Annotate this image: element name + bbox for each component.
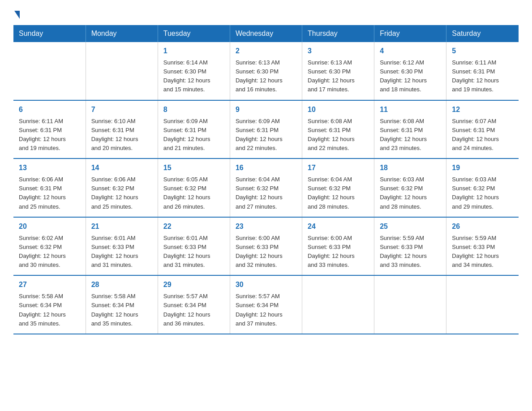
- calendar-cell: 17Sunrise: 6:04 AMSunset: 6:32 PMDayligh…: [302, 158, 374, 217]
- day-number: 28: [91, 279, 152, 290]
- calendar-cell: 4Sunrise: 6:12 AMSunset: 6:30 PMDaylight…: [374, 42, 446, 100]
- day-info: Sunrise: 6:04 AMSunset: 6:32 PMDaylight:…: [236, 175, 296, 211]
- calendar-cell: 12Sunrise: 6:07 AMSunset: 6:31 PMDayligh…: [446, 100, 519, 159]
- calendar-week-1: 1Sunrise: 6:14 AMSunset: 6:30 PMDaylight…: [13, 42, 519, 100]
- calendar-week-5: 27Sunrise: 5:58 AMSunset: 6:34 PMDayligh…: [13, 275, 519, 334]
- day-info: Sunrise: 5:57 AMSunset: 6:34 PMDaylight:…: [236, 292, 296, 328]
- calendar-cell: 11Sunrise: 6:08 AMSunset: 6:31 PMDayligh…: [374, 100, 446, 159]
- day-number: 20: [19, 221, 80, 232]
- calendar-cell: 15Sunrise: 6:05 AMSunset: 6:32 PMDayligh…: [158, 158, 230, 217]
- calendar-cell: 10Sunrise: 6:08 AMSunset: 6:31 PMDayligh…: [302, 100, 374, 159]
- calendar-week-2: 6Sunrise: 6:11 AMSunset: 6:31 PMDaylight…: [13, 100, 519, 159]
- day-number: 22: [163, 221, 224, 232]
- day-number: 15: [163, 163, 224, 173]
- day-number: 4: [380, 46, 441, 56]
- calendar-cell: 23Sunrise: 6:00 AMSunset: 6:33 PMDayligh…: [230, 217, 302, 276]
- calendar-cell: 24Sunrise: 6:00 AMSunset: 6:33 PMDayligh…: [302, 217, 374, 276]
- day-number: 29: [163, 279, 224, 290]
- page-header: [13, 9, 519, 17]
- day-info: Sunrise: 6:01 AMSunset: 6:33 PMDaylight:…: [91, 234, 152, 270]
- calendar-cell: 16Sunrise: 6:04 AMSunset: 6:32 PMDayligh…: [230, 158, 302, 217]
- weekday-header-monday: Monday: [86, 25, 158, 42]
- calendar-cell: 19Sunrise: 6:03 AMSunset: 6:32 PMDayligh…: [446, 158, 519, 217]
- day-number: 8: [163, 104, 224, 115]
- calendar-week-4: 20Sunrise: 6:02 AMSunset: 6:32 PMDayligh…: [13, 217, 519, 276]
- day-info: Sunrise: 6:01 AMSunset: 6:33 PMDaylight:…: [163, 234, 224, 270]
- calendar-cell: 1Sunrise: 6:14 AMSunset: 6:30 PMDaylight…: [158, 42, 230, 100]
- calendar-cell: 22Sunrise: 6:01 AMSunset: 6:33 PMDayligh…: [158, 217, 230, 276]
- calendar-cell: 8Sunrise: 6:09 AMSunset: 6:31 PMDaylight…: [158, 100, 230, 159]
- logo-arrow-icon: [14, 11, 20, 19]
- day-info: Sunrise: 6:11 AMSunset: 6:31 PMDaylight:…: [19, 117, 80, 153]
- calendar-cell: 18Sunrise: 6:03 AMSunset: 6:32 PMDayligh…: [374, 158, 446, 217]
- day-number: 2: [236, 46, 296, 56]
- logo: [13, 9, 20, 17]
- calendar-cell: [13, 42, 86, 100]
- day-info: Sunrise: 6:07 AMSunset: 6:31 PMDaylight:…: [452, 117, 513, 153]
- day-number: 25: [380, 221, 441, 232]
- day-number: 3: [308, 46, 369, 56]
- day-info: Sunrise: 5:57 AMSunset: 6:34 PMDaylight:…: [163, 292, 224, 328]
- day-info: Sunrise: 6:00 AMSunset: 6:33 PMDaylight:…: [236, 234, 296, 270]
- calendar-cell: [86, 42, 158, 100]
- weekday-header-wednesday: Wednesday: [230, 25, 302, 42]
- calendar-cell: 5Sunrise: 6:11 AMSunset: 6:31 PMDaylight…: [446, 42, 519, 100]
- day-number: 17: [308, 163, 369, 173]
- calendar-cell: 3Sunrise: 6:13 AMSunset: 6:30 PMDaylight…: [302, 42, 374, 100]
- day-info: Sunrise: 6:04 AMSunset: 6:32 PMDaylight:…: [308, 175, 369, 211]
- calendar-cell: 20Sunrise: 6:02 AMSunset: 6:32 PMDayligh…: [13, 217, 86, 276]
- calendar-cell: 26Sunrise: 5:59 AMSunset: 6:33 PMDayligh…: [446, 217, 519, 276]
- day-info: Sunrise: 6:08 AMSunset: 6:31 PMDaylight:…: [380, 117, 441, 153]
- weekday-header-friday: Friday: [374, 25, 446, 42]
- logo-top: [13, 9, 20, 19]
- calendar-cell: 9Sunrise: 6:09 AMSunset: 6:31 PMDaylight…: [230, 100, 302, 159]
- day-info: Sunrise: 5:59 AMSunset: 6:33 PMDaylight:…: [380, 234, 441, 270]
- weekday-header-thursday: Thursday: [302, 25, 374, 42]
- day-number: 12: [452, 104, 513, 115]
- day-info: Sunrise: 6:03 AMSunset: 6:32 PMDaylight:…: [380, 175, 441, 211]
- calendar-cell: 14Sunrise: 6:06 AMSunset: 6:32 PMDayligh…: [86, 158, 158, 217]
- day-number: 1: [163, 46, 224, 56]
- day-info: Sunrise: 5:58 AMSunset: 6:34 PMDaylight:…: [19, 292, 80, 328]
- day-info: Sunrise: 6:06 AMSunset: 6:32 PMDaylight:…: [91, 175, 152, 211]
- calendar-cell: 28Sunrise: 5:58 AMSunset: 6:34 PMDayligh…: [86, 275, 158, 334]
- calendar-cell: 27Sunrise: 5:58 AMSunset: 6:34 PMDayligh…: [13, 275, 86, 334]
- calendar-cell: 21Sunrise: 6:01 AMSunset: 6:33 PMDayligh…: [86, 217, 158, 276]
- calendar-cell: 30Sunrise: 5:57 AMSunset: 6:34 PMDayligh…: [230, 275, 302, 334]
- day-number: 18: [380, 163, 441, 173]
- calendar-cell: [374, 275, 446, 334]
- day-info: Sunrise: 6:13 AMSunset: 6:30 PMDaylight:…: [236, 58, 296, 94]
- calendar-body: 1Sunrise: 6:14 AMSunset: 6:30 PMDaylight…: [13, 42, 519, 334]
- day-number: 19: [452, 163, 513, 173]
- day-info: Sunrise: 5:59 AMSunset: 6:33 PMDaylight:…: [452, 234, 513, 270]
- day-number: 6: [19, 104, 80, 115]
- weekday-header-sunday: Sunday: [13, 25, 86, 42]
- calendar-cell: 13Sunrise: 6:06 AMSunset: 6:31 PMDayligh…: [13, 158, 86, 217]
- day-number: 13: [19, 163, 80, 173]
- day-info: Sunrise: 6:08 AMSunset: 6:31 PMDaylight:…: [308, 117, 369, 153]
- calendar-cell: 25Sunrise: 5:59 AMSunset: 6:33 PMDayligh…: [374, 217, 446, 276]
- day-number: 7: [91, 104, 152, 115]
- day-info: Sunrise: 6:03 AMSunset: 6:32 PMDaylight:…: [452, 175, 513, 211]
- day-number: 16: [236, 163, 296, 173]
- calendar-cell: [302, 275, 374, 334]
- day-info: Sunrise: 6:00 AMSunset: 6:33 PMDaylight:…: [308, 234, 369, 270]
- day-info: Sunrise: 6:10 AMSunset: 6:31 PMDaylight:…: [91, 117, 152, 153]
- day-info: Sunrise: 6:06 AMSunset: 6:31 PMDaylight:…: [19, 175, 80, 211]
- calendar-week-3: 13Sunrise: 6:06 AMSunset: 6:31 PMDayligh…: [13, 158, 519, 217]
- day-number: 11: [380, 104, 441, 115]
- calendar-header: SundayMondayTuesdayWednesdayThursdayFrid…: [13, 25, 519, 42]
- day-info: Sunrise: 5:58 AMSunset: 6:34 PMDaylight:…: [91, 292, 152, 328]
- calendar-table: SundayMondayTuesdayWednesdayThursdayFrid…: [13, 25, 519, 334]
- calendar-cell: 7Sunrise: 6:10 AMSunset: 6:31 PMDaylight…: [86, 100, 158, 159]
- day-info: Sunrise: 6:14 AMSunset: 6:30 PMDaylight:…: [163, 58, 224, 94]
- day-number: 10: [308, 104, 369, 115]
- weekday-header-tuesday: Tuesday: [158, 25, 230, 42]
- calendar-cell: [446, 275, 519, 334]
- day-number: 21: [91, 221, 152, 232]
- day-info: Sunrise: 6:02 AMSunset: 6:32 PMDaylight:…: [19, 234, 80, 270]
- day-number: 5: [452, 46, 513, 56]
- weekday-header-saturday: Saturday: [446, 25, 519, 42]
- day-info: Sunrise: 6:09 AMSunset: 6:31 PMDaylight:…: [236, 117, 296, 153]
- day-info: Sunrise: 6:12 AMSunset: 6:30 PMDaylight:…: [380, 58, 441, 94]
